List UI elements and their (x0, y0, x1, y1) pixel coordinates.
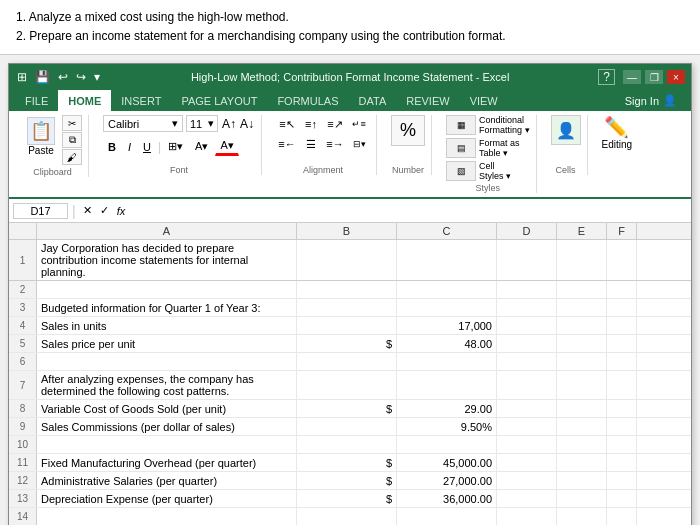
tab-data[interactable]: DATA (349, 90, 397, 111)
table-row[interactable]: 14 (9, 508, 691, 525)
cell-c-6[interactable] (397, 353, 497, 370)
cell-styles-btn[interactable]: ▧ CellStyles ▾ (446, 161, 530, 181)
cell-e-12[interactable] (557, 472, 607, 489)
table-row[interactable]: 4Sales in units17,000 (9, 317, 691, 335)
cell-d-1[interactable] (497, 240, 557, 280)
cell-reference-box[interactable]: D17 (13, 203, 68, 219)
cell-e-11[interactable] (557, 454, 607, 471)
cell-f-2[interactable] (607, 281, 637, 298)
table-row[interactable]: 11Fixed Manufacturing Overhead (per quar… (9, 454, 691, 472)
cell-a-1[interactable]: Jay Corporation has decided to prepare c… (37, 240, 297, 280)
cell-b-13[interactable]: $ (297, 490, 397, 507)
fill-color-button[interactable]: A▾ (190, 138, 213, 155)
formula-input[interactable] (132, 204, 687, 218)
cell-c-11[interactable]: 45,000.00 (397, 454, 497, 471)
cell-e-3[interactable] (557, 299, 607, 316)
confirm-formula-btn[interactable]: ✓ (97, 203, 112, 218)
cell-d-12[interactable] (497, 472, 557, 489)
close-btn[interactable]: × (667, 70, 685, 84)
cell-c-10[interactable] (397, 436, 497, 453)
cell-a-14[interactable] (37, 508, 297, 525)
cell-b-12[interactable]: $ (297, 472, 397, 489)
cell-f-7[interactable] (607, 371, 637, 399)
cell-f-12[interactable] (607, 472, 637, 489)
cell-e-14[interactable] (557, 508, 607, 525)
cell-a-5[interactable]: Sales price per unit (37, 335, 297, 352)
cell-f-4[interactable] (607, 317, 637, 334)
cell-a-12[interactable]: Administrative Salaries (per quarter) (37, 472, 297, 489)
cell-c-2[interactable] (397, 281, 497, 298)
align-center-btn[interactable]: ☰ (300, 135, 322, 153)
border-button[interactable]: ⊞▾ (163, 138, 188, 155)
cell-d-3[interactable] (497, 299, 557, 316)
cell-e-13[interactable] (557, 490, 607, 507)
cell-d-4[interactable] (497, 317, 557, 334)
cell-a-9[interactable]: Sales Commissions (per dollar of sales) (37, 418, 297, 435)
cell-b-1[interactable] (297, 240, 397, 280)
cell-f-13[interactable] (607, 490, 637, 507)
cell-e-5[interactable] (557, 335, 607, 352)
cell-b-10[interactable] (297, 436, 397, 453)
tab-review[interactable]: REVIEW (396, 90, 459, 111)
help-btn[interactable]: ? (598, 69, 615, 85)
cell-d-8[interactable] (497, 400, 557, 417)
cell-c-14[interactable] (397, 508, 497, 525)
sign-in-btn[interactable]: Sign In 👤 (617, 90, 685, 111)
align-right-btn[interactable]: ≡→ (324, 135, 346, 153)
cell-f-10[interactable] (607, 436, 637, 453)
font-name-box[interactable]: Calibri ▾ (103, 115, 183, 132)
tab-formulas[interactable]: FORMULAS (267, 90, 348, 111)
table-row[interactable]: 1Jay Corporation has decided to prepare … (9, 240, 691, 281)
undo-quick-btn[interactable]: ↩ (56, 70, 70, 84)
cell-a-4[interactable]: Sales in units (37, 317, 297, 334)
customize-quick-btn[interactable]: ▾ (92, 70, 102, 84)
cell-e-4[interactable] (557, 317, 607, 334)
cell-b-6[interactable] (297, 353, 397, 370)
cell-f-3[interactable] (607, 299, 637, 316)
cell-d-11[interactable] (497, 454, 557, 471)
cell-c-1[interactable] (397, 240, 497, 280)
cell-c-9[interactable]: 9.50% (397, 418, 497, 435)
cell-f-14[interactable] (607, 508, 637, 525)
cell-f-6[interactable] (607, 353, 637, 370)
maximize-btn[interactable]: ❐ (645, 70, 663, 84)
save-quick-btn[interactable]: 💾 (33, 70, 52, 84)
cell-c-13[interactable]: 36,000.00 (397, 490, 497, 507)
table-row[interactable]: 6 (9, 353, 691, 371)
cell-d-9[interactable] (497, 418, 557, 435)
bold-button[interactable]: B (103, 139, 121, 155)
cell-b-2[interactable] (297, 281, 397, 298)
font-shrink-btn[interactable]: A↓ (239, 117, 255, 131)
cell-d-14[interactable] (497, 508, 557, 525)
align-top-right-btn[interactable]: ≡↗ (324, 115, 346, 133)
fx-button[interactable]: fx (114, 203, 129, 218)
cell-a-7[interactable]: After analyzing expenses, the company ha… (37, 371, 297, 399)
cancel-formula-btn[interactable]: ✕ (80, 203, 95, 218)
tab-file[interactable]: FILE (15, 90, 58, 111)
cell-b-5[interactable]: $ (297, 335, 397, 352)
cell-b-3[interactable] (297, 299, 397, 316)
paste-button[interactable]: 📋 Paste (23, 115, 59, 158)
tab-home[interactable]: HOME (58, 90, 111, 111)
table-row[interactable]: 12Administrative Salaries (per quarter)$… (9, 472, 691, 490)
table-row[interactable]: 2 (9, 281, 691, 299)
cell-b-7[interactable] (297, 371, 397, 399)
cell-c-7[interactable] (397, 371, 497, 399)
cell-e-10[interactable] (557, 436, 607, 453)
cell-b-11[interactable]: $ (297, 454, 397, 471)
cell-f-9[interactable] (607, 418, 637, 435)
cell-e-6[interactable] (557, 353, 607, 370)
cell-a-3[interactable]: Budgeted information for Quarter 1 of Ye… (37, 299, 297, 316)
font-size-dropdown[interactable]: ▾ (208, 117, 214, 130)
redo-quick-btn[interactable]: ↪ (74, 70, 88, 84)
cell-f-11[interactable] (607, 454, 637, 471)
copy-button[interactable]: ⧉ (62, 132, 82, 148)
font-name-dropdown[interactable]: ▾ (172, 117, 178, 130)
cell-c-3[interactable] (397, 299, 497, 316)
table-row[interactable]: 5Sales price per unit$48.00 (9, 335, 691, 353)
cell-e-7[interactable] (557, 371, 607, 399)
table-row[interactable]: 10 (9, 436, 691, 454)
cell-f-5[interactable] (607, 335, 637, 352)
cell-e-1[interactable] (557, 240, 607, 280)
align-top-left-btn[interactable]: ≡↖ (276, 115, 298, 133)
